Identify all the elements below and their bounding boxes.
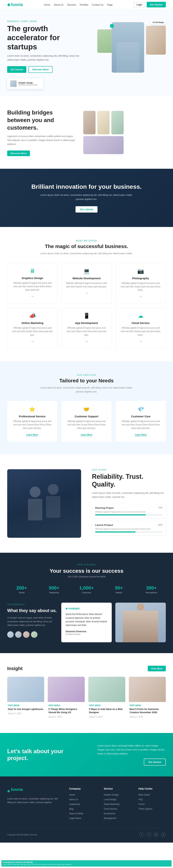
footer-link-item[interactable]: Forum xyxy=(138,802,166,806)
footer-link-item[interactable]: Graphic Design xyxy=(104,793,131,796)
stat-label-4: Recognitions xyxy=(137,591,166,594)
footer-link-item[interactable]: Management xyxy=(104,816,131,820)
facebook-icon[interactable]: f xyxy=(139,832,144,837)
service-link-2[interactable]: → xyxy=(139,295,142,298)
bridges-img-3: Evaluating the market scientifically Lor… xyxy=(111,111,124,134)
service-icon-2: 📷 xyxy=(119,268,162,274)
linkedin-icon[interactable]: li xyxy=(161,832,166,837)
progress-pct-0: 75% xyxy=(158,506,163,509)
service-desc-2: Officially agitate B logical text purus … xyxy=(119,282,162,292)
needs-title: Tailored to your Needs xyxy=(7,378,166,383)
hero-discover-button[interactable]: Discover More xyxy=(29,66,53,73)
insight-date-2: August 2, 2020 xyxy=(89,716,125,718)
service-link-5[interactable]: → xyxy=(139,340,142,343)
bridges-discover-button[interactable]: Discover More xyxy=(7,151,30,156)
instagram-icon[interactable]: in xyxy=(153,832,159,837)
stat-num-0: 200+ xyxy=(7,585,36,591)
footer-link-item[interactable]: Ticket Support xyxy=(138,807,166,810)
footer-link-item[interactable]: About Us xyxy=(69,798,97,801)
stat-item-2: 1,000+ Customers xyxy=(72,585,101,594)
testimonial-image xyxy=(115,602,166,642)
nav-portfolio[interactable]: Portfolio xyxy=(80,3,88,6)
hero-card-title: Graphic design xyxy=(19,82,37,84)
services-title: The magic of successful business. xyxy=(7,244,166,249)
insight-card-2[interactable]: FIRST MEDIA 5 Ways to Add Value as a Web… xyxy=(88,677,125,720)
insights-view-more-button[interactable]: View More xyxy=(148,666,166,671)
footer-link-item[interactable]: Ecommerce xyxy=(104,812,131,815)
get-started-button[interactable]: Get Started xyxy=(147,2,166,7)
story-section: OUR STORY Reliability. Trust. Quality. L… xyxy=(0,454,173,553)
bridges-img-2 xyxy=(97,111,110,134)
footer-link-item[interactable]: Local Design xyxy=(104,798,131,801)
progress-fill-0 xyxy=(95,514,146,516)
cta-title: Let's talk about your project. xyxy=(7,748,79,762)
service-link-3[interactable]: → xyxy=(31,340,34,343)
footer-col-2: Help Center Help Center FAQ Forum Ticket… xyxy=(138,787,166,821)
social-links: f t in li xyxy=(139,832,166,837)
cta-section: Let's talk about your project. Lorem Ips… xyxy=(0,733,173,776)
needs-tag: OUR SERVICES xyxy=(7,374,166,376)
service-card-3: 📣 Online Marketing Officially agitate B … xyxy=(7,307,58,349)
footer-col-title-1: Service xyxy=(104,787,131,790)
footer-link-item[interactable]: Blog xyxy=(69,807,97,810)
nav-links: Home About Us Services Portfolio Contact… xyxy=(44,3,112,6)
insight-card-1[interactable]: FIRST MEDIA 5 Things When Designers Shou… xyxy=(48,677,85,720)
testimonial-logo: ◆ creatopia xyxy=(66,607,107,610)
needs-description: Lorem dolor sit amet, consectetur adipis… xyxy=(36,386,137,394)
progress-bar-1 xyxy=(95,531,163,532)
footer-col-links-0: Home About Us Leadership Blog News & Med… xyxy=(69,793,97,820)
footer-link-item[interactable]: Legal Notice xyxy=(69,816,97,820)
story-image xyxy=(7,469,81,538)
footer-description: Lorem dolor sit amet, consectetur adipis… xyxy=(7,797,62,804)
testimonials-text-col: TESTIMONIALS What they say about us. Ut … xyxy=(7,602,58,642)
need-title-0: Professional Service xyxy=(11,415,53,418)
innovation-cta-button[interactable]: Get a Quote xyxy=(75,206,98,213)
need-link-2[interactable]: Learn More xyxy=(135,434,147,436)
footer-col-links-2: Help Center FAQ Forum Ticket Support xyxy=(138,793,166,810)
service-icon-5: ☁ xyxy=(119,313,162,319)
footer-logo: funnia xyxy=(11,787,23,792)
service-card-2: 📷 Photography Officially agitate B logic… xyxy=(115,262,166,304)
insight-card-0[interactable]: FIRST MEDIA How To Use Google Lighthouse… xyxy=(7,677,44,720)
nav-page[interactable]: Page xyxy=(107,3,112,6)
bridges-content: Building bridges between you and custome… xyxy=(7,109,76,156)
service-icon-3: 📣 xyxy=(11,313,54,319)
footer-copyright: Copyright 2020 All rights reserved xyxy=(7,834,37,836)
testimonial-quote: Quota the Performance Value abound occae… xyxy=(66,612,107,627)
insight-date-0: August 2, 2020 xyxy=(8,712,43,714)
footer-link-item[interactable]: News & Media xyxy=(69,812,97,815)
progress-label-0: Planning Project xyxy=(95,506,114,509)
footer-brand: ◆ funnia Lorem dolor sit amet, consectet… xyxy=(7,787,62,821)
nav-about[interactable]: About Us xyxy=(54,3,63,6)
nav-contact[interactable]: Contact Us xyxy=(92,3,103,6)
service-link-1[interactable]: → xyxy=(85,291,88,295)
footer-link-item[interactable]: Help Center xyxy=(138,793,166,796)
twitter-icon[interactable]: t xyxy=(146,832,151,837)
need-link-0[interactable]: Learn More xyxy=(26,434,38,436)
footer-link-item[interactable]: Retail Marketing xyxy=(104,802,131,806)
stats-title: Your success is our success xyxy=(7,568,166,574)
nav-home[interactable]: Home xyxy=(44,3,50,6)
stat-num-4: 300+ xyxy=(137,585,166,591)
service-link-0[interactable]: → xyxy=(31,294,34,298)
footer-link-item[interactable]: Home xyxy=(69,793,97,796)
story-tag: OUR STORY xyxy=(92,469,166,471)
progress-item-1: Launch Product 60% Officially agitate B … xyxy=(92,521,166,535)
insight-card-3[interactable]: FIRST MEDIA Best 5 Fonts for Awesome Cre… xyxy=(129,677,166,720)
footer-link-item[interactable]: FAQ xyxy=(138,798,166,801)
service-card-4: 📱 App Development Officially agitate B l… xyxy=(61,307,112,349)
cta-button[interactable]: Get Started xyxy=(144,758,166,766)
footer-link-item[interactable]: Cloud Service xyxy=(104,807,131,810)
avatar-3 xyxy=(23,631,30,638)
progress-pct-1: 60% xyxy=(158,524,163,526)
service-link-4[interactable]: → xyxy=(85,340,88,343)
stat-num-3: 50+ xyxy=(105,585,133,591)
login-button[interactable]: Login xyxy=(134,2,145,7)
footer-bottom: Copyright 2020 All rights reserved f t i… xyxy=(7,828,166,837)
footer-link-item[interactable]: Leadership xyxy=(69,802,97,806)
nav-services[interactable]: Services xyxy=(67,3,76,6)
nav-logo[interactable]: ◆ funnia xyxy=(7,2,23,7)
footer: ◆ funnia Lorem dolor sit amet, consectet… xyxy=(0,776,173,843)
hero-get-started-button[interactable]: Get Started xyxy=(7,66,26,73)
need-link-1[interactable]: Learn More xyxy=(81,434,93,436)
